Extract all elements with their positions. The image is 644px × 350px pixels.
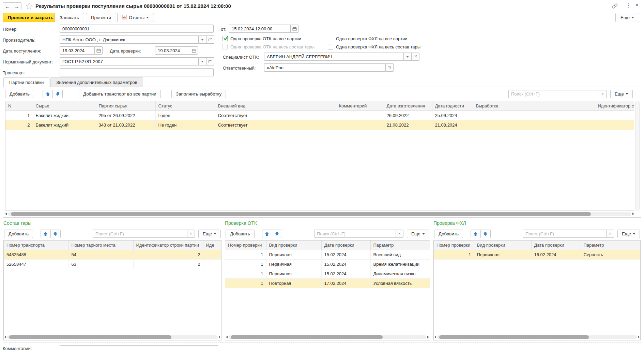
- scroll-left-icon[interactable]: [4, 336, 6, 338]
- clear-search-icon[interactable]: ×: [607, 230, 614, 238]
- cell-active[interactable]: 54: [68, 250, 133, 259]
- splitter[interactable]: [3, 342, 641, 343]
- cell[interactable]: [336, 120, 384, 130]
- cell[interactable]: 21.08.2024: [432, 120, 473, 130]
- splitter[interactable]: [3, 219, 641, 219]
- scroll-right-icon[interactable]: [632, 213, 634, 215]
- calendar-icon[interactable]: [190, 46, 198, 55]
- reports-button[interactable]: Отчеты: [117, 13, 154, 22]
- checkbox-fhl-all-batches[interactable]: Одна проверка ФХЛ на все партии: [328, 36, 407, 41]
- move-down-button[interactable]: [50, 230, 61, 238]
- transport-field[interactable]: [60, 68, 214, 76]
- manufacturer-field[interactable]: НПК Астат ООО , г. Дзержинск: [60, 35, 214, 44]
- table-row-selected[interactable]: 1 Повторная 17.02.2024 Условная вязкость: [225, 278, 430, 288]
- check-date-field[interactable]: 19.03.2024: [155, 46, 198, 55]
- cell[interactable]: Годен: [155, 111, 215, 120]
- manufacturer-value[interactable]: НПК Астат ООО , г. Дзержинск: [60, 35, 199, 44]
- cell[interactable]: [595, 120, 634, 130]
- cell[interactable]: 63: [68, 259, 133, 269]
- clear-search-icon[interactable]: ×: [599, 90, 607, 98]
- move-up-button[interactable]: [43, 90, 53, 98]
- scroll-left-icon[interactable]: [434, 336, 436, 338]
- save-button[interactable]: Записать: [55, 13, 84, 22]
- table-row[interactable]: 1 Первичная 15.02.2024 Динамическая вязк…: [225, 269, 430, 278]
- move-up-button[interactable]: [41, 230, 51, 238]
- dropdown-icon[interactable]: [404, 53, 412, 61]
- scroll-left-icon[interactable]: [226, 336, 228, 338]
- horizontal-scrollbar[interactable]: [226, 335, 429, 339]
- move-down-button[interactable]: [480, 230, 491, 238]
- horizontal-scrollbar[interactable]: [5, 212, 634, 216]
- dropdown-icon[interactable]: [199, 35, 206, 44]
- cell[interactable]: [203, 250, 221, 259]
- otk-add-button[interactable]: Добавить: [226, 230, 255, 238]
- fhl-add-button[interactable]: Добавить: [434, 230, 463, 238]
- dropdown-icon[interactable]: [199, 57, 206, 65]
- cell[interactable]: 2: [133, 259, 203, 269]
- cell[interactable]: Время желатинизации: [370, 259, 430, 269]
- calendar-icon[interactable]: [291, 25, 298, 33]
- close-window-icon[interactable]: ×: [635, 2, 639, 9]
- cell[interactable]: 52658447: [4, 259, 68, 269]
- cell[interactable]: 1: [225, 269, 266, 278]
- favorite-star-icon[interactable]: [26, 3, 33, 10]
- form-more-button[interactable]: Еще: [615, 13, 639, 22]
- otk-specialist-field[interactable]: АВЕРИН АНДРЕЙ СЕРГЕЕВИЧ: [264, 53, 419, 61]
- cell[interactable]: 1: [225, 250, 266, 259]
- doc-date-field[interactable]: 15.02.2024 12:00:00: [229, 25, 298, 33]
- cell[interactable]: 25.09.2024: [432, 111, 473, 120]
- open-item-icon[interactable]: [412, 53, 419, 61]
- normative-doc-field[interactable]: ГОСТ Р 52781-2007: [60, 57, 214, 65]
- open-item-icon[interactable]: [206, 35, 214, 44]
- post-button[interactable]: Провести: [86, 13, 116, 22]
- cell[interactable]: 1: [225, 259, 266, 269]
- cell[interactable]: 295 от 26.09.2022: [96, 111, 155, 120]
- arrival-date-field[interactable]: 19.03.2024: [60, 46, 103, 55]
- move-down-button[interactable]: [52, 90, 63, 98]
- cell[interactable]: 26.09.2022: [384, 111, 432, 120]
- tab-batches[interactable]: Партии поставки: [3, 77, 49, 87]
- cell[interactable]: [595, 111, 634, 120]
- nav-forward-button[interactable]: →: [12, 2, 21, 10]
- tare-add-button[interactable]: Добавить: [4, 230, 33, 238]
- number-field[interactable]: 00000000001: [60, 25, 214, 33]
- fhl-more-button[interactable]: Еще: [617, 230, 640, 238]
- table-row-selected[interactable]: 54825488 54 2: [4, 250, 221, 259]
- clear-search-icon[interactable]: ×: [187, 230, 195, 238]
- cell[interactable]: Соответствует: [215, 120, 336, 130]
- move-up-button[interactable]: [471, 230, 481, 238]
- cell[interactable]: Не годен: [155, 120, 215, 130]
- cell[interactable]: [473, 111, 595, 120]
- cell-active[interactable]: 17.02.2024: [321, 278, 370, 288]
- window-menu-icon[interactable]: ⋮: [626, 2, 631, 9]
- cell[interactable]: 54825488: [4, 250, 68, 259]
- checkbox-otk-all-batches[interactable]: Одна проверка ОТК на все партии: [222, 36, 301, 41]
- cell[interactable]: Соответствует: [215, 111, 336, 120]
- get-link-icon[interactable]: [612, 3, 618, 10]
- cell[interactable]: 15.02.2024: [321, 250, 370, 259]
- responsible-value[interactable]: яAlePan: [264, 63, 386, 72]
- cell[interactable]: Условная вязкость: [370, 278, 430, 288]
- cell[interactable]: [203, 259, 221, 269]
- table-row[interactable]: 1 Первичная 15.02.2024 Время желатинизац…: [225, 259, 430, 269]
- open-item-icon[interactable]: [386, 63, 394, 72]
- cell[interactable]: 2: [5, 120, 33, 130]
- cell[interactable]: 15.02.2024: [321, 259, 370, 269]
- checkbox-fhl-all-tare[interactable]: Одна проверка ФХЛ на весь состав тары: [328, 44, 420, 49]
- horizontal-scrollbar[interactable]: [434, 335, 640, 339]
- cell[interactable]: 1: [5, 111, 33, 120]
- cell[interactable]: Бакелит жидкий: [33, 111, 96, 120]
- scroll-left-icon[interactable]: [5, 213, 7, 215]
- scroll-right-icon[interactable]: [427, 336, 429, 338]
- tab-extra-parameters[interactable]: Значения дополнительных параметров: [50, 77, 143, 87]
- arrival-date-value[interactable]: 19.03.2024: [60, 46, 95, 55]
- tare-search-input[interactable]: [93, 230, 187, 238]
- cell[interactable]: Внешний вид: [370, 250, 430, 259]
- batches-search-input[interactable]: [508, 90, 599, 98]
- open-item-icon[interactable]: [206, 57, 214, 65]
- batches-more-button[interactable]: Еще: [610, 90, 633, 98]
- add-transport-all-batches-button[interactable]: Добавить транспорт во все партии: [79, 90, 161, 98]
- check-date-value[interactable]: 19.03.2024: [155, 46, 190, 55]
- cell-active[interactable]: 1: [434, 250, 474, 259]
- responsible-field[interactable]: яAlePan: [264, 63, 394, 72]
